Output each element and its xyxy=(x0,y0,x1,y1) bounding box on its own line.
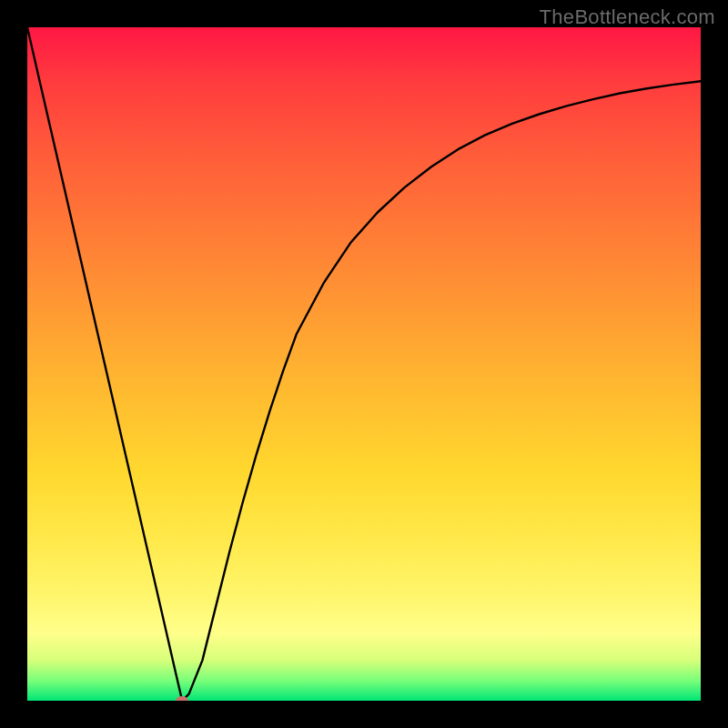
chart-frame: TheBottleneck.com xyxy=(0,0,728,728)
bottleneck-curve xyxy=(27,27,701,701)
plot-area xyxy=(27,27,701,701)
watermark-text: TheBottleneck.com xyxy=(540,5,715,29)
optimal-point-marker xyxy=(176,696,188,701)
